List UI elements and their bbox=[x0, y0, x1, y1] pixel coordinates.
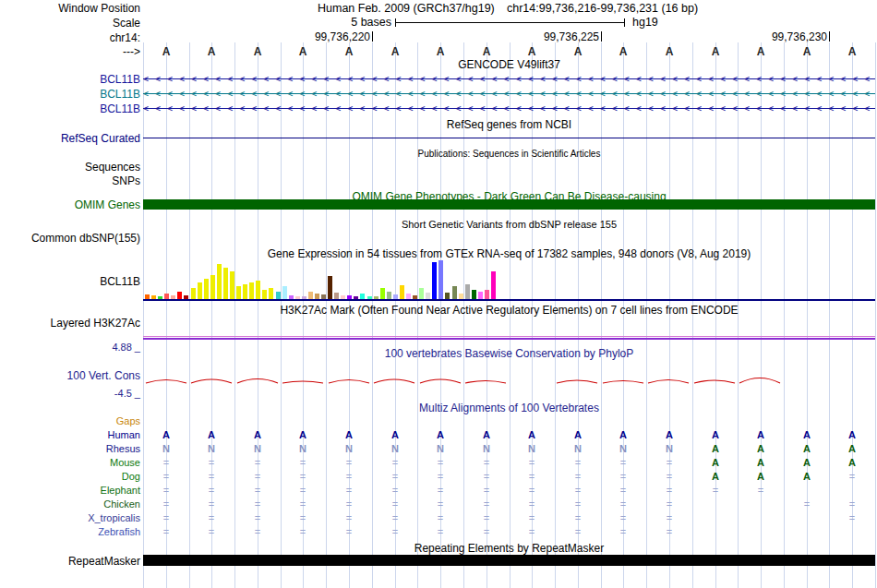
alignment-base: = bbox=[295, 457, 310, 468]
sequence-base: A bbox=[571, 45, 585, 58]
omim-genes-bar[interactable] bbox=[143, 199, 875, 210]
alignment-base: = bbox=[845, 471, 859, 482]
species-label-gaps[interactable]: Gaps bbox=[116, 415, 140, 426]
alignment-base: = bbox=[433, 526, 448, 537]
gtex-bar bbox=[171, 295, 175, 299]
refseq-curated-label[interactable]: RefSeq Curated bbox=[61, 132, 140, 145]
alignment-base: A bbox=[479, 429, 494, 440]
alignment-base: = bbox=[524, 471, 539, 482]
gtex-gene-label[interactable]: BCL11B bbox=[100, 275, 140, 288]
sequence-base: A bbox=[204, 45, 219, 58]
alignment-base: N bbox=[571, 443, 585, 454]
gene-label-bcl11b[interactable]: BCL11B bbox=[100, 73, 140, 86]
scale-bar bbox=[395, 22, 625, 23]
h3k27ac-label[interactable]: Layered H3K27Ac bbox=[51, 317, 140, 330]
species-label-human[interactable]: Human bbox=[108, 429, 140, 440]
alignment-base: A bbox=[250, 429, 265, 440]
gtex-bar bbox=[184, 295, 188, 299]
gtex-bar bbox=[445, 293, 450, 299]
alignment-base: = bbox=[342, 498, 356, 510]
alignment-base: N bbox=[433, 443, 448, 454]
species-label-elephant[interactable]: Elephant bbox=[101, 485, 140, 496]
snps-label[interactable]: SNPs bbox=[112, 174, 140, 187]
alignment-base: = bbox=[616, 498, 631, 510]
sequence-base: A bbox=[845, 45, 859, 58]
gtex-bar bbox=[217, 264, 222, 299]
phylop-label[interactable]: 100 Vert. Cons bbox=[67, 369, 140, 382]
gtex-baseline bbox=[143, 299, 875, 301]
alignment-base: A bbox=[799, 443, 814, 454]
gtex-bar bbox=[360, 294, 365, 299]
alignment-base: = bbox=[388, 471, 402, 482]
gtex-bar bbox=[315, 294, 319, 299]
alignment-base: = bbox=[250, 526, 265, 537]
sequences-label[interactable]: Sequences bbox=[85, 161, 140, 174]
alignment-base: = bbox=[250, 471, 265, 482]
alignment-base: = bbox=[479, 471, 494, 482]
h3k27ac-signal-line-light bbox=[143, 336, 875, 337]
coordinate-tick bbox=[829, 31, 830, 42]
alignment-base: = bbox=[662, 512, 677, 523]
alignment-base: A bbox=[433, 429, 448, 440]
refseq-title: RefSeq genes from NCBI bbox=[143, 118, 875, 131]
coordinate-tick bbox=[601, 31, 602, 42]
gtex-bar bbox=[289, 295, 294, 299]
phylop-wiggle[interactable] bbox=[143, 367, 875, 388]
gene-label-bcl11b[interactable]: BCL11B bbox=[100, 102, 140, 115]
gtex-bar bbox=[465, 284, 470, 299]
sequence-base: A bbox=[616, 45, 631, 58]
gene-model-row[interactable]: <<<<<<<<<<<<<<<<<<<<<<<<<<<<<<<<<<<<<<<<… bbox=[143, 73, 875, 85]
alignment-base: = bbox=[479, 498, 494, 510]
species-label-rhesus[interactable]: Rhesus bbox=[106, 443, 140, 454]
assembly-label: Human Feb. 2009 (GRCh37/hg19) bbox=[318, 2, 495, 15]
sequence-base: A bbox=[708, 45, 723, 58]
species-label-mouse[interactable]: Mouse bbox=[110, 457, 140, 468]
alignment-base: A bbox=[616, 429, 631, 440]
alignment-base: = bbox=[571, 498, 585, 510]
alignment-base: = bbox=[250, 498, 265, 510]
gtex-bar bbox=[198, 282, 202, 299]
coordinate-label: 99,736,225 bbox=[544, 30, 599, 43]
gtex-bar bbox=[262, 290, 267, 299]
dbsnp-title: Short Genetic Variants from dbSNP releas… bbox=[143, 219, 875, 230]
gtex-bar bbox=[191, 288, 196, 299]
species-label-chicken[interactable]: Chicken bbox=[103, 498, 140, 510]
refseq-track-line[interactable] bbox=[143, 138, 875, 138]
omim-genes-label[interactable]: OMIM Genes bbox=[75, 198, 140, 211]
alignment-base: = bbox=[571, 485, 585, 496]
alignment-base: = bbox=[708, 485, 723, 496]
dbsnp-label[interactable]: Common dbSNP(155) bbox=[31, 232, 140, 245]
alignment-base: = bbox=[571, 512, 585, 523]
alignment-base: = bbox=[616, 485, 631, 496]
gtex-expression-bars[interactable] bbox=[143, 260, 540, 299]
coordinate-tick bbox=[372, 31, 373, 42]
gtex-bar bbox=[491, 271, 496, 299]
repeatmasker-label[interactable]: RepeatMasker bbox=[68, 555, 140, 568]
scale-bar-tick bbox=[395, 18, 396, 27]
sequence-base: A bbox=[799, 45, 814, 58]
phylop-max-value: 4.88 _ bbox=[112, 342, 140, 353]
species-label-zebrafish[interactable]: Zebrafish bbox=[98, 526, 140, 537]
alignment-base: = bbox=[250, 485, 265, 496]
species-label-x_tropicalis[interactable]: X_tropicalis bbox=[88, 512, 140, 523]
position-display: chr14:99,736,216-99,736,231 (16 bp) bbox=[507, 2, 698, 15]
gene-label-bcl11b[interactable]: BCL11B bbox=[100, 88, 140, 101]
gtex-bar bbox=[347, 295, 352, 299]
gtex-bar bbox=[230, 271, 234, 299]
alignment-base: = bbox=[571, 457, 585, 468]
repeatmasker-bar[interactable] bbox=[143, 555, 875, 566]
genome-browser-image[interactable]: Human Feb. 2009 (GRCh37/hg19) chr14:99,7… bbox=[0, 0, 877, 588]
h3k27ac-signal-line[interactable] bbox=[143, 338, 875, 340]
scale-bar-tick bbox=[624, 18, 625, 27]
alignment-base: A bbox=[388, 429, 402, 440]
alignment-base: = bbox=[204, 471, 219, 482]
alignment-base: = bbox=[524, 512, 539, 523]
alignment-base: = bbox=[662, 526, 677, 537]
gene-model-row[interactable]: <<<<<<<<<<<<<<<<<<<<<<<<<<<<<<<<<<<<<<<<… bbox=[143, 102, 875, 114]
strand-arrows: <<<<<<<<<<<<<<<<<<<<<<<<<<<<<<<<<<<<<<<<… bbox=[143, 73, 875, 85]
gene-model-row[interactable]: <<<<<<<<<<<<<<<<<<<<<<<<<<<<<<<<<<<<<<<<… bbox=[143, 88, 875, 100]
alignment-base: = bbox=[662, 457, 677, 468]
alignment-base: N bbox=[388, 443, 402, 454]
gtex-bar bbox=[249, 282, 254, 299]
species-label-dog[interactable]: Dog bbox=[122, 471, 140, 482]
